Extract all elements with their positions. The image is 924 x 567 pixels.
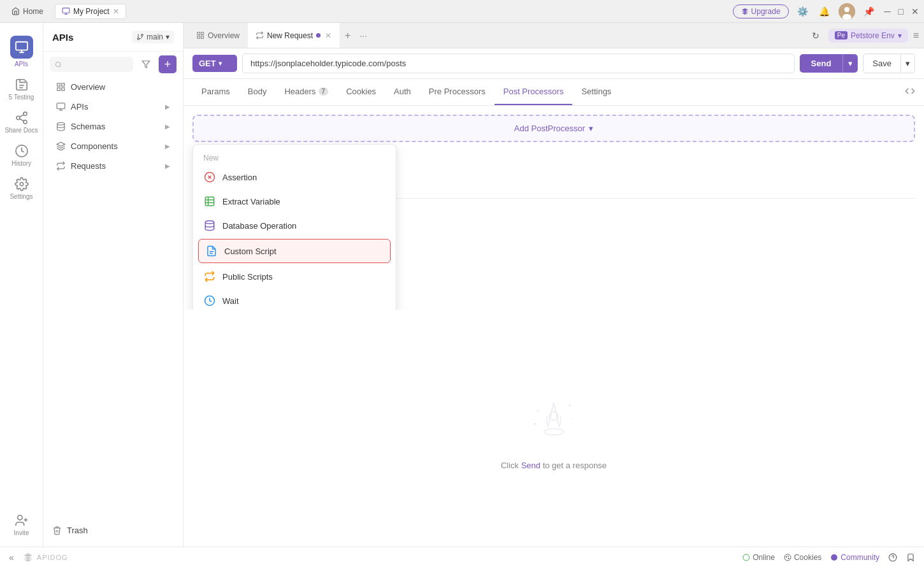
svg-rect-35 xyxy=(198,36,200,39)
maximize-button[interactable]: □ xyxy=(899,6,904,17)
svg-point-55 xyxy=(786,556,787,557)
svg-point-49 xyxy=(568,404,570,406)
online-status[interactable]: Online xyxy=(742,553,775,562)
branch-selector[interactable]: main ▾ xyxy=(132,31,174,43)
add-post-processor-button[interactable]: Add PostProcessor ▾ xyxy=(192,115,915,142)
collapse-nav-button[interactable]: « xyxy=(9,552,14,563)
save-button[interactable]: Save xyxy=(863,54,901,73)
close-tab-button[interactable]: ✕ xyxy=(325,31,331,40)
svg-point-57 xyxy=(788,557,790,559)
add-button[interactable]: + xyxy=(159,55,177,73)
code-snippet-button[interactable] xyxy=(905,86,915,99)
dropdown-item-assertion[interactable]: Assertion xyxy=(193,165,396,189)
tab-right-actions: ↻ Pe Petstore Env ▾ ≡ xyxy=(808,28,919,43)
dropdown-item-wait[interactable]: Wait xyxy=(193,289,396,310)
upgrade-button[interactable]: Upgrade xyxy=(733,4,789,18)
tab-post-processors[interactable]: Post Processors xyxy=(494,79,573,105)
overview-icon xyxy=(56,82,66,92)
svg-rect-25 xyxy=(57,83,60,86)
api-icon xyxy=(56,102,66,111)
public-scripts-icon xyxy=(203,270,216,283)
dropdown-item-custom-script[interactable]: Custom Script xyxy=(198,239,391,263)
tab-overview[interactable]: Overview xyxy=(189,23,248,48)
send-dropdown-button[interactable]: ▾ xyxy=(842,54,858,73)
nav-item-requests[interactable]: Requests ▶ xyxy=(47,157,179,175)
nav-item-overview[interactable]: Overview xyxy=(47,78,179,96)
settings-icon[interactable]: ⚙️ xyxy=(795,4,811,19)
svg-point-30 xyxy=(57,122,64,125)
svg-point-53 xyxy=(743,554,749,561)
hamburger-menu[interactable]: ≡ xyxy=(913,30,919,41)
community-button[interactable]: Community xyxy=(830,553,879,562)
tab-new-request[interactable]: New Request ✕ xyxy=(248,23,340,48)
tab-auth[interactable]: Auth xyxy=(385,79,420,105)
dropdown-item-public-scripts[interactable]: Public Scripts xyxy=(193,264,396,289)
svg-rect-34 xyxy=(201,36,204,39)
svg-point-15 xyxy=(20,182,24,186)
project-tab-close[interactable]: ✕ xyxy=(113,7,119,16)
close-button[interactable]: ✕ xyxy=(911,6,919,17)
svg-point-43 xyxy=(205,221,214,224)
svg-line-13 xyxy=(19,115,23,117)
home-tab[interactable]: Home xyxy=(5,4,50,18)
bell-icon[interactable]: 🔔 xyxy=(817,4,832,19)
online-icon xyxy=(742,554,750,561)
tab-settings[interactable]: Settings xyxy=(572,79,620,105)
avatar[interactable] xyxy=(839,3,855,20)
empty-state-text: Click Send to get a response xyxy=(501,461,607,470)
left-panel-title: APIs xyxy=(52,32,73,43)
more-tabs-button[interactable]: ··· xyxy=(356,31,371,41)
svg-point-22 xyxy=(55,62,60,66)
apidog-logo-icon xyxy=(23,552,33,563)
search-input[interactable] xyxy=(66,60,128,69)
save-button-group: Save ▾ xyxy=(863,54,915,73)
minimize-button[interactable]: ─ xyxy=(884,6,891,17)
tab-headers[interactable]: Headers 7 xyxy=(275,79,337,105)
content-area: Overview New Request ✕ + ··· ↻ Pe Petsto… xyxy=(184,23,924,547)
tab-pre-processors[interactable]: Pre Processors xyxy=(420,79,494,105)
svg-point-21 xyxy=(137,38,139,40)
svg-point-20 xyxy=(141,34,143,36)
dropdown-item-extract-variable[interactable]: Extract Variable xyxy=(193,189,396,213)
nav-item-components[interactable]: Components ▶ xyxy=(47,137,179,155)
send-button[interactable]: Send xyxy=(800,54,843,73)
left-panel: APIs main ▾ + Overview APIs ▶ xyxy=(43,23,184,547)
dropdown-item-database-operation[interactable]: Database Operation xyxy=(193,213,396,238)
help-button[interactable] xyxy=(888,553,897,562)
dropdown-section-label: New xyxy=(193,150,396,165)
custom-script-icon xyxy=(205,245,218,257)
bookmark-icon xyxy=(906,553,915,562)
tab-cookies[interactable]: Cookies xyxy=(337,79,385,105)
add-tab-button[interactable]: + xyxy=(340,30,356,41)
trash-item[interactable]: Trash xyxy=(52,522,174,539)
search-bar[interactable] xyxy=(50,57,133,72)
left-panel-header: APIs main ▾ xyxy=(43,23,183,52)
url-input[interactable] xyxy=(242,54,795,73)
sidebar-item-settings[interactable]: Settings xyxy=(0,172,43,205)
pin-icon[interactable]: 📌 xyxy=(862,4,877,19)
svg-point-56 xyxy=(788,556,788,556)
filter-button[interactable] xyxy=(137,55,155,73)
bookmark-button[interactable] xyxy=(906,553,915,562)
sidebar-item-history[interactable]: History xyxy=(0,139,43,172)
titlebar-right: Upgrade ⚙️ 🔔 📌 ─ □ ✕ xyxy=(733,3,919,20)
empty-state: Click Send to get a response xyxy=(184,310,924,547)
overview-tab-icon xyxy=(196,31,205,39)
method-selector[interactable]: GET ▾ xyxy=(192,55,237,72)
cookies-button[interactable]: Cookies xyxy=(784,553,821,562)
icon-sidebar: APIs 5 Testing Share Docs History Settin… xyxy=(0,23,43,547)
tab-params[interactable]: Params xyxy=(192,79,239,105)
sidebar-item-invite[interactable]: Invite xyxy=(14,508,29,542)
sidebar-item-testing[interactable]: 5 Testing xyxy=(0,73,43,106)
sidebar-item-apis[interactable]: APIs xyxy=(0,31,43,73)
bottom-bar: « APIDOG Online Cookies Community xyxy=(0,547,924,567)
save-dropdown-button[interactable]: ▾ xyxy=(901,54,915,73)
nav-item-schemas[interactable]: Schemas ▶ xyxy=(47,117,179,136)
sidebar-item-share-docs[interactable]: Share Docs xyxy=(0,106,43,139)
env-selector[interactable]: Pe Petstore Env ▾ xyxy=(828,29,908,43)
project-tab[interactable]: My Project ✕ xyxy=(55,4,126,19)
refresh-icon[interactable]: ↻ xyxy=(808,28,823,43)
nav-item-apis[interactable]: APIs ▶ xyxy=(47,97,179,116)
tab-body[interactable]: Body xyxy=(239,79,276,105)
request-content: Params Body Headers 7 Cookies Auth Pre P… xyxy=(184,79,924,547)
